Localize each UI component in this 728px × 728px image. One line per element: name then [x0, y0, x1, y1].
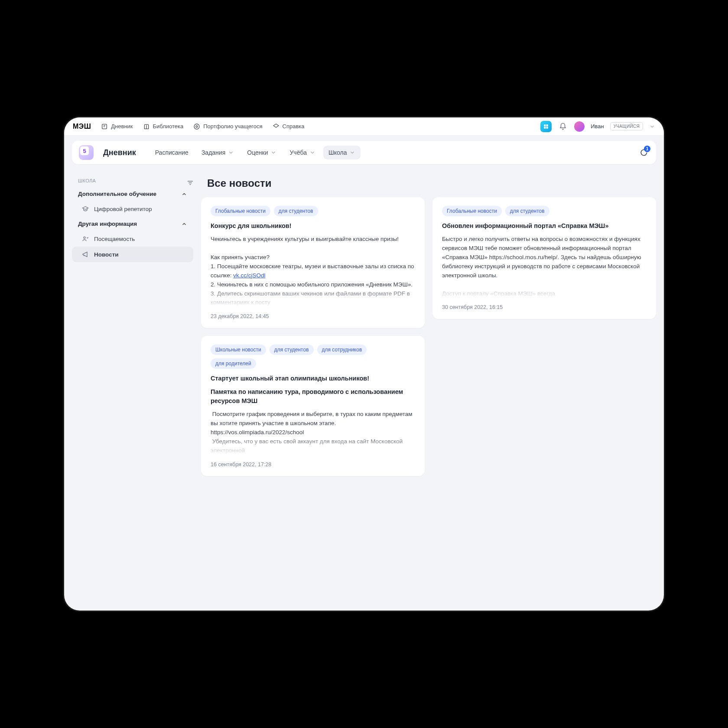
app-window: МЭШ Дневник Библиотека Портфолио учащего… — [64, 117, 664, 611]
portfolio-icon — [193, 123, 201, 130]
avatar[interactable] — [574, 121, 585, 132]
page-title: Все новости — [207, 177, 272, 189]
role-badge: УЧАЩИЙСЯ — [610, 122, 643, 130]
chevron-down-icon — [309, 150, 315, 156]
top-nav: Дневник Библиотека Портфолио учащегося С… — [101, 123, 304, 130]
bell-icon[interactable] — [558, 121, 568, 132]
topnav-label: Библиотека — [153, 123, 184, 130]
chip: для студентов — [505, 206, 549, 216]
news-grid: Глобальные новости для студентов Конкурс… — [201, 197, 656, 476]
news-card[interactable]: Глобальные новости для студентов Обновле… — [432, 197, 656, 319]
chip: для сотрудников — [317, 344, 367, 355]
chevron-up-icon — [181, 191, 187, 197]
news-date: 23 декабря 2022, 14:45 — [211, 313, 415, 319]
topnav-library[interactable]: Библиотека — [143, 123, 184, 130]
library-icon — [143, 123, 150, 130]
sidebar-group-extra-education[interactable]: Дополнительное обучение — [72, 187, 193, 201]
chevron-up-icon — [181, 221, 187, 227]
top-bar: МЭШ Дневник Библиотека Портфолио учащего… — [64, 117, 664, 136]
top-right: Иван УЧАЩИЙСЯ — [540, 121, 655, 132]
chat-badge: 1 — [644, 146, 650, 152]
tabs: Расписание Задания Оценки Учёба Школа — [150, 146, 361, 159]
tab-label: Задания — [202, 149, 225, 156]
logo[interactable]: МЭШ — [73, 123, 91, 130]
app-icon — [79, 145, 94, 160]
topnav-label: Портфолио учащегося — [203, 123, 262, 130]
topnav-label: Справка — [283, 123, 305, 130]
svg-point-3 — [84, 237, 85, 238]
chevron-down-icon — [270, 150, 276, 156]
news-card[interactable]: Школьные новости для студентов для сотру… — [201, 336, 425, 476]
news-body: Чекиньтесь в учреждениях культуры и выиг… — [211, 235, 415, 307]
tab-grades[interactable]: Оценки — [242, 146, 282, 159]
news-card[interactable]: Глобальные новости для студентов Конкурс… — [201, 197, 425, 328]
apps-icon[interactable] — [540, 121, 552, 132]
chevron-down-icon — [349, 150, 355, 156]
sidebar-group-title: Дополнительное обучение — [78, 191, 156, 197]
news-title: Стартует школьный этап олимпиады школьни… — [211, 374, 415, 383]
news-body: Посмотрите график проведения и выберите,… — [211, 410, 415, 455]
tab-tasks[interactable]: Задания — [196, 146, 239, 159]
sidebar-item-label: Цифровой репетитор — [94, 206, 152, 212]
body: ШКОЛА Дополнительное обучение Цифровой р… — [64, 169, 664, 484]
tab-label: Учёба — [289, 149, 306, 156]
svg-point-1 — [194, 124, 199, 129]
chevron-down-icon[interactable] — [649, 124, 655, 130]
chip: Глобальные новости — [211, 206, 270, 216]
news-subtitle: Памятка по написанию тура, проводимого с… — [211, 387, 415, 406]
help-icon — [272, 123, 280, 130]
sidebar-section-label: ШКОЛА — [72, 175, 193, 187]
topnav-help[interactable]: Справка — [272, 123, 305, 130]
sub-bar: Дневник Расписание Задания Оценки Учёба … — [72, 141, 656, 164]
graduation-icon — [81, 205, 89, 213]
sidebar-item-digital-tutor[interactable]: Цифровой репетитор — [72, 201, 193, 217]
news-body: Быстро и легко получить ответы на вопрос… — [442, 235, 647, 298]
sidebar-group-title: Другая информация — [78, 221, 137, 227]
tab-study[interactable]: Учёба — [284, 146, 320, 159]
tab-label: Школа — [328, 149, 347, 156]
chip: Глобальные новости — [442, 206, 502, 216]
svg-point-2 — [196, 126, 198, 127]
tab-label: Расписание — [155, 149, 188, 156]
sidebar: ШКОЛА Дополнительное обучение Цифровой р… — [72, 169, 193, 476]
sidebar-group-other-info[interactable]: Другая информация — [72, 217, 193, 231]
app-title: Дневник — [103, 148, 136, 157]
chip: для студентов — [270, 344, 314, 355]
chevron-down-icon — [228, 150, 234, 156]
sidebar-item-attendance[interactable]: Посещаемость — [72, 231, 193, 247]
news-title: Конкурс для школьников! — [211, 221, 415, 231]
main-content: Все новости Глобальные новости для студе… — [201, 169, 656, 476]
attendance-icon — [81, 235, 89, 243]
news-title: Обновлен информационный портал «Справка … — [442, 221, 647, 231]
sidebar-item-news[interactable]: Новости — [72, 247, 193, 262]
chip: Школьные новости — [211, 344, 266, 355]
topnav-label: Дневник — [111, 123, 133, 130]
subbar-wrap: Дневник Расписание Задания Оценки Учёба … — [64, 136, 664, 169]
tab-schedule[interactable]: Расписание — [150, 146, 194, 159]
megaphone-icon — [81, 250, 89, 258]
chat-button[interactable]: 1 — [638, 147, 649, 158]
filter-icon[interactable] — [186, 179, 195, 188]
page-title-row: Все новости — [201, 177, 656, 189]
sidebar-item-label: Новости — [94, 251, 119, 258]
diary-icon — [101, 123, 108, 130]
tab-label: Оценки — [247, 149, 268, 156]
sidebar-item-label: Посещаемость — [94, 236, 135, 242]
chip: для родителей — [211, 358, 256, 369]
tab-school[interactable]: Школа — [323, 146, 361, 159]
user-name: Иван — [591, 123, 604, 130]
news-date: 30 сентября 2022, 16:15 — [442, 304, 647, 310]
chip: для студентов — [274, 206, 318, 216]
topnav-portfolio[interactable]: Портфолио учащегося — [193, 123, 262, 130]
news-date: 16 сентября 2022, 17:28 — [211, 462, 415, 468]
topnav-diary[interactable]: Дневник — [101, 123, 133, 130]
